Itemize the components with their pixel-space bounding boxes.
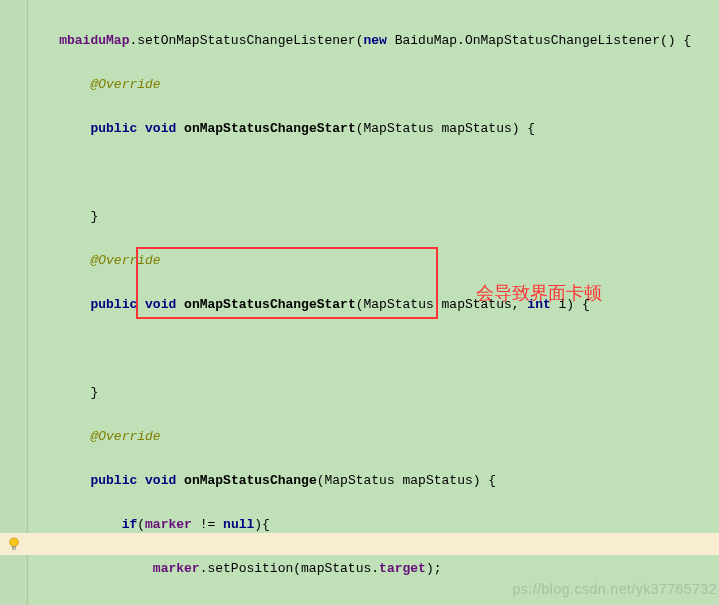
code-line[interactable]: public void onMapStatusChange(MapStatus … xyxy=(28,470,719,492)
code-line[interactable] xyxy=(28,338,719,360)
code-line[interactable]: } xyxy=(28,206,719,228)
code-line[interactable]: @Override xyxy=(28,74,719,96)
code-line[interactable]: marker.setPosition(mapStatus.target); xyxy=(28,558,719,580)
gutter xyxy=(0,0,28,605)
code-area[interactable]: mbaiduMap.setOnMapStatusChangeListener(n… xyxy=(28,0,719,605)
code-line[interactable]: mbaiduMap.setOnMapStatusChangeListener(n… xyxy=(28,30,719,52)
lightbulb-icon[interactable] xyxy=(7,537,21,551)
code-line[interactable]: @Override xyxy=(28,250,719,272)
code-line[interactable]: } xyxy=(28,382,719,404)
svg-point-0 xyxy=(10,538,19,547)
code-editor[interactable]: ps://blog.csdn.net/yk37765732 会导致界面卡顿 mb… xyxy=(0,0,719,605)
code-line[interactable]: if(marker != null){ xyxy=(28,514,719,536)
code-line[interactable]: public void onMapStatusChangeStart(MapSt… xyxy=(28,294,719,316)
code-line[interactable]: public void onMapStatusChangeStart(MapSt… xyxy=(28,118,719,140)
svg-rect-1 xyxy=(12,547,16,550)
code-line[interactable]: @Override xyxy=(28,426,719,448)
code-line[interactable] xyxy=(28,162,719,184)
